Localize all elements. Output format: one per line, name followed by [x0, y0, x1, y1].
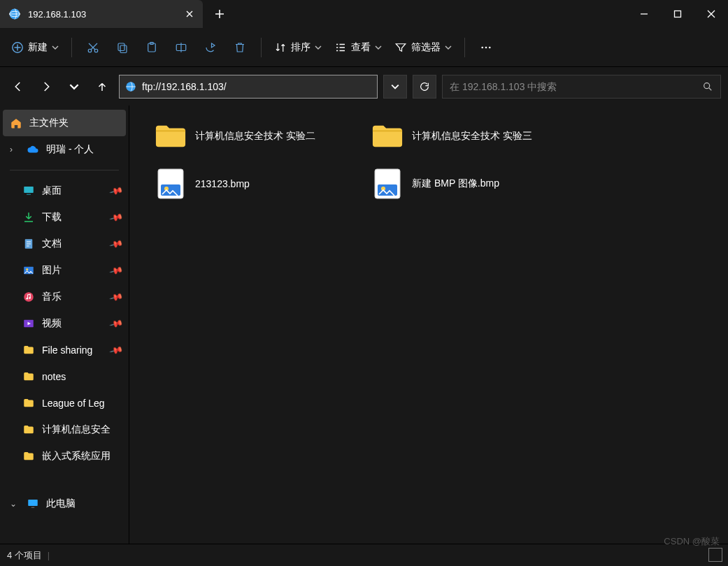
new-tab-button[interactable]: [203, 0, 236, 28]
back-button[interactable]: [7, 75, 29, 98]
file-item[interactable]: 新建 BMP 图像.bmp: [371, 166, 581, 202]
sidebar-item-label: 音乐: [42, 291, 62, 303]
forward-button[interactable]: [35, 75, 57, 98]
sort-button[interactable]: 排序: [269, 35, 327, 60]
sidebar-quick-item[interactable]: notes: [0, 363, 129, 390]
sidebar-home-label: 主文件夹: [29, 117, 69, 129]
paste-button[interactable]: [138, 35, 166, 60]
folder-item[interactable]: 计算机信息安全技术 实验三: [371, 118, 581, 154]
sidebar-quick-item[interactable]: 嵌入式系统应用: [0, 443, 129, 470]
chevron-right-icon[interactable]: ›: [10, 145, 20, 154]
svg-point-15: [704, 82, 710, 88]
svg-point-22: [26, 298, 28, 300]
sidebar-quick-item[interactable]: League of Leg: [0, 390, 129, 416]
pin-icon: 📌: [108, 263, 123, 278]
folder-icon: [371, 120, 404, 152]
sidebar-item-label: 嵌入式系统应用: [42, 450, 110, 463]
address-input[interactable]: [142, 81, 371, 92]
watermark-text: CSDN @酸菜: [664, 535, 720, 548]
delete-button[interactable]: [226, 35, 254, 60]
new-button[interactable]: 新建: [6, 35, 64, 60]
copy-button[interactable]: [108, 35, 136, 60]
sidebar-quick-item[interactable]: 桌面📌: [0, 177, 129, 204]
up-button[interactable]: [91, 75, 113, 98]
new-button-label: 新建: [28, 41, 48, 54]
sidebar-quick-item[interactable]: 图片📌: [0, 257, 129, 284]
svg-point-20: [26, 268, 28, 270]
rename-button[interactable]: [167, 35, 195, 60]
file-name: 计算机信息安全技术 实验二: [195, 130, 315, 143]
folder-icon: [22, 423, 35, 436]
more-button[interactable]: [472, 35, 500, 60]
sidebar-quick-item[interactable]: 计算机信息安全: [0, 416, 129, 443]
view-button[interactable]: 查看: [329, 35, 387, 60]
document-icon: [22, 238, 35, 250]
sidebar-thispc-label: 此电脑: [46, 498, 76, 510]
folder-icon: [22, 450, 35, 463]
home-icon: [10, 117, 22, 129]
paste-icon: [145, 41, 158, 54]
sidebar-item-label: 文档: [42, 238, 62, 250]
folder-icon: [22, 344, 35, 356]
pin-icon: 📌: [108, 343, 123, 358]
image-file-icon: [155, 168, 187, 200]
sidebar-item-label: 下载: [42, 211, 62, 224]
svg-point-13: [489, 46, 491, 48]
svg-rect-25: [28, 500, 38, 506]
file-pane[interactable]: 计算机信息安全技术 实验二计算机信息安全技术 实验三213123.bmp新建 B…: [129, 106, 728, 544]
sidebar-thispc[interactable]: ⌄ 此电脑: [0, 491, 129, 517]
share-button[interactable]: [197, 35, 224, 60]
pin-icon: 📌: [108, 210, 123, 225]
tab-title: 192.168.1.103: [28, 9, 178, 20]
sidebar-onedrive-label: 明瑞 - 个人: [46, 143, 94, 156]
folder-icon: [22, 370, 35, 383]
address-history-button[interactable]: [383, 75, 407, 99]
navigation-pane: 主文件夹 › 明瑞 - 个人 桌面📌下载📌文档📌图片📌音乐📌视频📌File sh…: [0, 106, 129, 544]
more-icon: [479, 41, 493, 54]
refresh-button[interactable]: [413, 75, 436, 99]
watermark-icon: [708, 548, 722, 562]
download-icon: [22, 211, 35, 224]
search-input[interactable]: [450, 81, 702, 92]
sidebar-item-label: 视频: [42, 317, 62, 330]
pin-icon: 📌: [108, 184, 123, 198]
sort-label: 排序: [291, 41, 311, 54]
pin-icon: 📌: [108, 290, 123, 305]
tab-active[interactable]: 192.168.1.103: [0, 0, 203, 28]
cut-button[interactable]: [79, 35, 107, 60]
close-tab-icon[interactable]: [185, 9, 194, 19]
minimize-button[interactable]: [627, 0, 661, 28]
sidebar-home[interactable]: 主文件夹: [3, 110, 126, 136]
maximize-button[interactable]: [661, 0, 694, 28]
image-file-icon: [371, 168, 404, 200]
globe-icon: [125, 81, 136, 92]
sidebar-item-label: 桌面: [42, 184, 62, 197]
scissors-icon: [87, 41, 99, 54]
sidebar-quick-item[interactable]: File sharing📌: [0, 337, 129, 363]
search-icon[interactable]: [702, 81, 713, 92]
svg-point-12: [485, 46, 487, 48]
filter-button[interactable]: 筛选器: [389, 35, 457, 60]
sidebar-onedrive[interactable]: › 明瑞 - 个人: [0, 136, 129, 163]
sidebar-quick-item[interactable]: 音乐📌: [0, 284, 129, 310]
recent-locations-button[interactable]: [63, 75, 85, 98]
file-name: 计算机信息安全技术 实验三: [412, 130, 532, 143]
svg-rect-6: [118, 43, 124, 51]
svg-rect-7: [120, 45, 127, 53]
address-bar[interactable]: [119, 75, 378, 99]
titlebar: 192.168.1.103: [0, 0, 728, 28]
navigation-row: [0, 67, 728, 106]
svg-rect-26: [31, 507, 35, 509]
chevron-down-icon[interactable]: ⌄: [10, 499, 20, 509]
toolbar: 新建 排序 查看 筛选器: [0, 28, 728, 67]
video-icon: [22, 317, 35, 330]
sidebar-quick-item[interactable]: 下载📌: [0, 204, 129, 231]
search-bar[interactable]: [442, 75, 721, 99]
sidebar-quick-item[interactable]: 视频📌: [0, 310, 129, 337]
close-window-button[interactable]: [694, 0, 728, 28]
svg-point-21: [24, 292, 34, 302]
file-item[interactable]: 213123.bmp: [155, 166, 364, 202]
sidebar-quick-item[interactable]: 文档📌: [0, 231, 129, 257]
folder-item[interactable]: 计算机信息安全技术 实验二: [155, 118, 364, 154]
share-icon: [204, 41, 217, 54]
